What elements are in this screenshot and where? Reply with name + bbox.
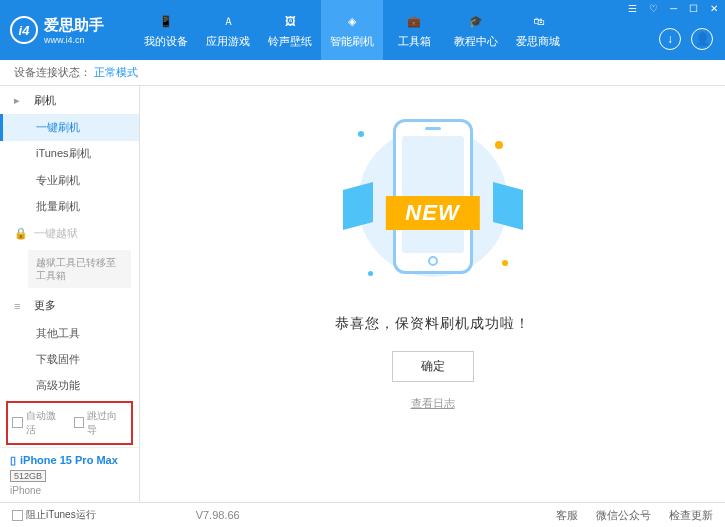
device-storage: 512GB [10,470,46,482]
nav-ringtone[interactable]: 🖼铃声壁纸 [259,0,321,60]
version-label: V7.98.66 [196,509,240,521]
header-actions: ↓ 👤 [659,28,713,50]
minimize-icon[interactable]: ─ [668,3,679,14]
status-value: 正常模式 [94,65,138,80]
maximize-icon[interactable]: ☐ [687,3,700,14]
status-bar: 设备连接状态： 正常模式 [0,60,725,86]
nav-my-device[interactable]: 📱我的设备 [135,0,197,60]
footer-support[interactable]: 客服 [556,508,578,523]
more-icon: ≡ [14,300,28,312]
device-icon: 📱 [156,11,176,31]
skip-guide-checkbox[interactable]: 跳过向导 [74,409,128,437]
ok-button[interactable]: 确定 [392,351,474,382]
footer-update[interactable]: 检查更新 [669,508,713,523]
options-highlight-box: 自动激活 跳过向导 [6,401,133,445]
sidebar-item-batch-flash[interactable]: 批量刷机 [0,193,139,219]
app-header: i4 爱思助手 www.i4.cn 📱我的设备 Ａ应用游戏 🖼铃声壁纸 ◈智能刷… [0,0,725,60]
device-type: iPhone [10,485,129,496]
view-log-link[interactable]: 查看日志 [411,396,455,411]
ringtone-icon: 🖼 [280,11,300,31]
nav-bar: 📱我的设备 Ａ应用游戏 🖼铃声壁纸 ◈智能刷机 💼工具箱 🎓教程中心 🛍爱思商城 [135,0,569,60]
block-itunes-checkbox[interactable]: 阻止iTunes运行 [12,508,96,522]
user-icon[interactable]: 👤 [691,28,713,50]
sidebar-item-pro-flash[interactable]: 专业刷机 [0,167,139,193]
footer: 阻止iTunes运行 V7.98.66 客服 微信公众号 检查更新 [0,502,725,527]
sidebar-item-advanced[interactable]: 高级功能 [0,373,139,399]
menu-icon[interactable]: ☰ [626,3,639,14]
new-banner: NEW [385,196,479,230]
flash-section-icon: ▸ [14,94,28,107]
tutorial-icon: 🎓 [466,11,486,31]
app-name: 爱思助手 [44,16,104,35]
sidebar-section-more[interactable]: ≡更多 [0,292,139,320]
sidebar-item-itunes-flash[interactable]: iTunes刷机 [0,141,139,167]
device-name: ▯iPhone 15 Pro Max [10,454,129,467]
logo-icon: i4 [10,16,38,44]
phone-icon: ▯ [10,454,16,467]
footer-wechat[interactable]: 微信公众号 [596,508,651,523]
success-illustration: NEW [343,111,523,301]
flash-icon: ◈ [342,11,362,31]
nav-flash[interactable]: ◈智能刷机 [321,0,383,60]
apps-icon: Ａ [218,11,238,31]
window-controls: ☰ ♡ ─ ☐ ✕ [626,3,720,14]
success-message: 恭喜您，保资料刷机成功啦！ [335,315,530,333]
sidebar-section-flash[interactable]: ▸刷机 [0,86,139,114]
toolbox-icon: 💼 [404,11,424,31]
download-icon[interactable]: ↓ [659,28,681,50]
auto-activate-checkbox[interactable]: 自动激活 [12,409,66,437]
sidebar-item-other-tools[interactable]: 其他工具 [0,320,139,346]
nav-store[interactable]: 🛍爱思商城 [507,0,569,60]
store-icon: 🛍 [528,11,548,31]
logo: i4 爱思助手 www.i4.cn [10,16,135,45]
feedback-icon[interactable]: ♡ [647,3,660,14]
sidebar: ▸刷机 一键刷机 iTunes刷机 专业刷机 批量刷机 🔒一键越狱 越狱工具已转… [0,86,140,502]
status-label: 设备连接状态： [14,65,91,80]
sidebar-item-download-fw[interactable]: 下载固件 [0,346,139,372]
sidebar-item-onekey-flash[interactable]: 一键刷机 [0,114,139,140]
main-content: NEW 恭喜您，保资料刷机成功啦！ 确定 查看日志 [140,86,725,502]
lock-icon: 🔒 [14,227,28,240]
device-info[interactable]: ▯iPhone 15 Pro Max 512GB iPhone [0,447,139,502]
close-icon[interactable]: ✕ [708,3,720,14]
sidebar-section-jailbreak: 🔒一键越狱 [0,220,139,248]
app-url: www.i4.cn [44,35,104,45]
nav-tutorial[interactable]: 🎓教程中心 [445,0,507,60]
nav-apps[interactable]: Ａ应用游戏 [197,0,259,60]
jailbreak-note: 越狱工具已转移至工具箱 [28,250,131,288]
nav-toolbox[interactable]: 💼工具箱 [383,0,445,60]
